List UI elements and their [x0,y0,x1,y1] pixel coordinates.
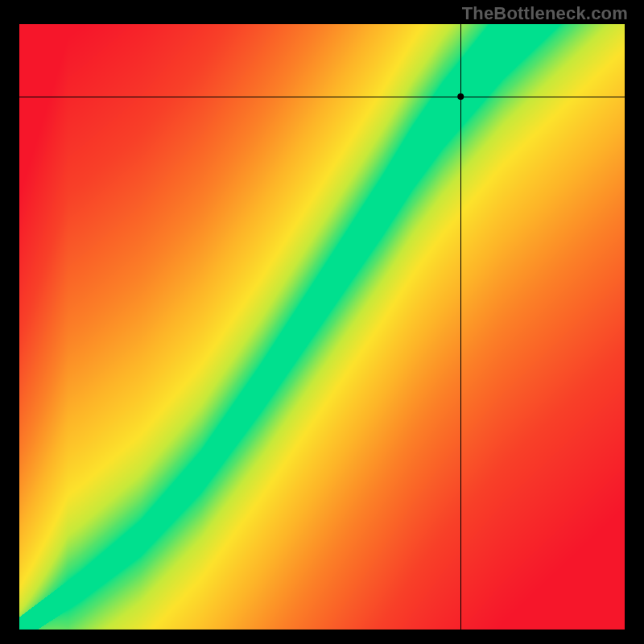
chart-frame: TheBottleneck.com [0,0,644,644]
watermark-text: TheBottleneck.com [462,3,628,24]
bottleneck-heatmap [19,24,625,630]
